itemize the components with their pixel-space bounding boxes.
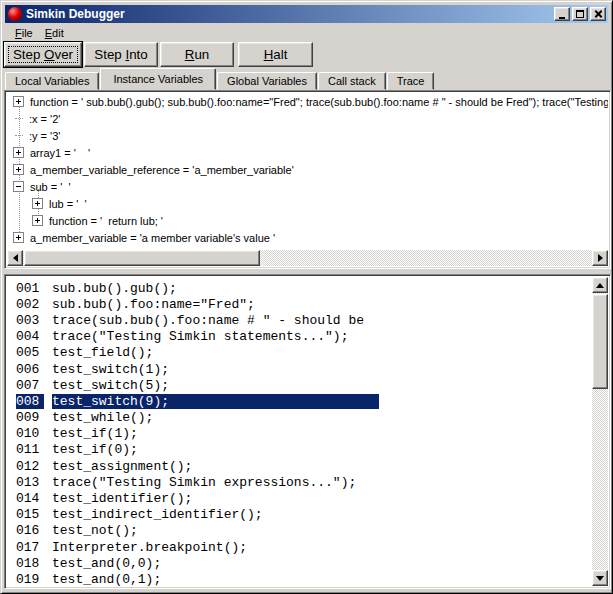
minimize-icon bbox=[559, 17, 565, 19]
code-line-current[interactable]: 008test_switch(9); bbox=[7, 393, 592, 409]
line-number: 018 bbox=[16, 556, 44, 571]
scrollbar-thumb[interactable] bbox=[592, 294, 608, 389]
menu-file[interactable]: File bbox=[9, 26, 39, 40]
app-red-ball-icon bbox=[8, 7, 22, 21]
tree-item[interactable]: a_member_variable = 'a member variable's… bbox=[7, 229, 608, 246]
line-number: 011 bbox=[16, 442, 44, 457]
code-text: test_switch(5); bbox=[52, 378, 169, 393]
tree-horizontal-scrollbar[interactable] bbox=[7, 250, 608, 266]
code-line[interactable]: 019test_and(0,1); bbox=[7, 571, 592, 586]
code-line[interactable]: 004trace("Testing Simkin statements...")… bbox=[7, 329, 592, 345]
expand-icon[interactable] bbox=[13, 232, 24, 243]
step-over-button[interactable]: Step Over bbox=[4, 42, 82, 67]
tab-trace[interactable]: Trace bbox=[387, 72, 435, 90]
code-text: sub.bub().foo:name="Fred"; bbox=[52, 297, 255, 312]
close-icon bbox=[594, 10, 603, 18]
code-line[interactable]: 005test_field(); bbox=[7, 345, 592, 361]
scrollbar-thumb[interactable] bbox=[24, 250, 260, 266]
line-number: 001 bbox=[16, 281, 44, 296]
line-number: 009 bbox=[16, 410, 44, 425]
code-line[interactable]: 016test_not(); bbox=[7, 523, 592, 539]
tab-global-variables[interactable]: Global Variables bbox=[217, 72, 317, 90]
code-line[interactable]: 010test_if(1); bbox=[7, 426, 592, 442]
tree-item[interactable]: :x = '2' bbox=[7, 110, 608, 127]
code-text: test_and(0,0); bbox=[52, 556, 161, 571]
scroll-right-button[interactable] bbox=[592, 250, 608, 266]
tab-bar: Local Variables Instance Variables Globa… bbox=[4, 68, 609, 90]
halt-button[interactable]: Halt bbox=[238, 42, 313, 67]
tree-item[interactable]: sub = ' ' bbox=[7, 178, 608, 195]
menu-bar: File Edit bbox=[5, 24, 608, 41]
menu-edit[interactable]: Edit bbox=[39, 26, 70, 40]
code-text: test_while(); bbox=[52, 410, 153, 425]
code-text: test_and(0,1); bbox=[52, 572, 161, 586]
expand-icon[interactable] bbox=[13, 147, 24, 158]
tree-item-label: function = ' sub.bub().gub(); sub.bub().… bbox=[30, 96, 608, 108]
tab-call-stack[interactable]: Call stack bbox=[318, 72, 386, 90]
tree-item-label: array1 = ' ' bbox=[30, 147, 90, 159]
scroll-left-button[interactable] bbox=[7, 250, 23, 266]
tab-instance-variables[interactable]: Instance Variables bbox=[100, 68, 216, 90]
line-number: 007 bbox=[16, 378, 44, 393]
arrow-down-icon bbox=[596, 576, 604, 581]
code-line[interactable]: 001sub.bub().gub(); bbox=[7, 280, 592, 296]
tree-item[interactable]: lub = ' ' bbox=[7, 195, 608, 212]
code-line[interactable]: 013trace("Testing Simkin expressions..."… bbox=[7, 474, 592, 490]
scroll-up-button[interactable] bbox=[592, 277, 608, 293]
tree-item-label: a_member_variable_reference = 'a_member_… bbox=[30, 164, 294, 176]
line-number: 014 bbox=[16, 491, 44, 506]
code-line[interactable]: 003trace(sub.bub().foo:name # " - should… bbox=[7, 312, 592, 328]
tree-item[interactable]: :y = '3' bbox=[7, 127, 608, 144]
code-text: sub.bub().gub(); bbox=[52, 281, 177, 296]
code-text: test_not(); bbox=[52, 523, 138, 538]
tree-item[interactable]: function = ' sub.bub().gub(); sub.bub().… bbox=[7, 93, 608, 110]
code-line[interactable]: 014test_identifier(); bbox=[7, 490, 592, 506]
code-line[interactable]: 012test_assignment(); bbox=[7, 458, 592, 474]
code-line[interactable]: 018test_and(0,0); bbox=[7, 555, 592, 571]
line-number: 010 bbox=[16, 426, 44, 441]
expand-icon[interactable] bbox=[13, 164, 24, 175]
window-controls bbox=[552, 7, 606, 21]
expand-icon[interactable] bbox=[32, 215, 43, 226]
scroll-down-button[interactable] bbox=[592, 570, 608, 586]
arrow-right-icon bbox=[598, 254, 603, 262]
tree-connector bbox=[15, 118, 23, 119]
line-number: 017 bbox=[16, 540, 44, 555]
line-number: 003 bbox=[16, 313, 44, 328]
titlebar[interactable]: Simkin Debugger bbox=[5, 5, 608, 23]
tree-item[interactable]: function = ' return lub; ' bbox=[7, 212, 608, 229]
line-number: 006 bbox=[16, 362, 44, 377]
step-into-button[interactable]: Step Into bbox=[84, 42, 158, 67]
code-line[interactable]: 009test_while(); bbox=[7, 410, 592, 426]
code-line[interactable]: 011test_if(0); bbox=[7, 442, 592, 458]
tree-item[interactable]: a_member_variable_reference = 'a_member_… bbox=[7, 161, 608, 178]
code-line[interactable]: 017Interpreter.breakpoint(); bbox=[7, 539, 592, 555]
tab-local-variables[interactable]: Local Variables bbox=[5, 72, 99, 90]
tree-item[interactable]: array1 = ' ' bbox=[7, 144, 608, 161]
close-button[interactable] bbox=[590, 7, 606, 21]
code-text: test_identifier(); bbox=[52, 491, 192, 506]
code-vertical-scrollbar[interactable] bbox=[592, 277, 608, 586]
expand-icon[interactable] bbox=[13, 96, 24, 107]
line-number: 005 bbox=[16, 345, 44, 360]
tree-item-label: :y = '3' bbox=[29, 130, 60, 142]
collapse-icon[interactable] bbox=[13, 181, 24, 192]
code-text: test_switch(1); bbox=[52, 362, 169, 377]
code-line[interactable]: 015test_indirect_identifier(); bbox=[7, 507, 592, 523]
tree-item-label: sub = ' ' bbox=[30, 181, 71, 193]
run-button[interactable]: Run bbox=[160, 42, 234, 67]
code-line[interactable]: 006test_switch(1); bbox=[7, 361, 592, 377]
maximize-button[interactable] bbox=[572, 7, 588, 21]
code-line[interactable]: 002sub.bub().foo:name="Fred"; bbox=[7, 296, 592, 312]
code-text: Interpreter.breakpoint(); bbox=[52, 540, 247, 555]
tree-item-label: lub = ' ' bbox=[49, 198, 87, 210]
line-number: 016 bbox=[16, 523, 44, 538]
code-text: trace(sub.bub().foo:name # " - should be bbox=[52, 313, 364, 328]
minimize-button[interactable] bbox=[554, 7, 570, 21]
window-title: Simkin Debugger bbox=[26, 7, 552, 21]
line-number: 013 bbox=[16, 475, 44, 490]
code-line[interactable]: 007test_switch(5); bbox=[7, 377, 592, 393]
expand-icon[interactable] bbox=[32, 198, 43, 209]
simkin-debugger-window: Simkin Debugger File Edit Step Over Step… bbox=[0, 0, 613, 594]
code-listing-panel: 001sub.bub().gub();002sub.bub().foo:name… bbox=[4, 274, 611, 589]
